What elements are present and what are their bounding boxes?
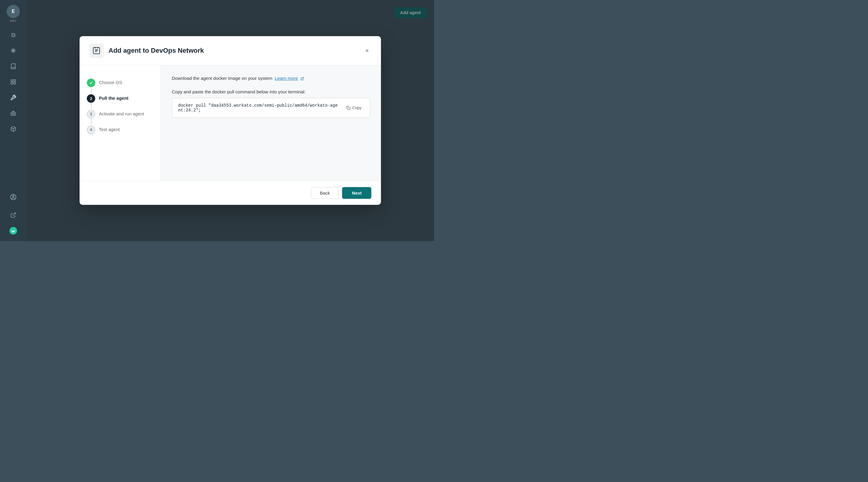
step-number-1 <box>87 78 95 87</box>
step-item-test-agent: 4 Test agent <box>87 122 153 138</box>
modal-title: Add agent to DevOps Network <box>108 47 358 55</box>
next-button[interactable]: Next <box>342 187 371 199</box>
copy-button-label: Copy <box>352 105 361 110</box>
svg-rect-6 <box>11 83 13 84</box>
robot-icon[interactable] <box>7 107 20 120</box>
content-instruction: Download the agent docker image on your … <box>172 75 370 82</box>
modal-header-icon <box>89 43 104 58</box>
svg-point-9 <box>12 113 13 114</box>
step-item-choose-os: Choose OS <box>87 75 153 91</box>
close-button[interactable]: × <box>363 46 371 56</box>
svg-rect-16 <box>348 107 350 110</box>
back-button[interactable]: Back <box>311 187 338 199</box>
step-label-1: Choose OS <box>99 78 122 85</box>
svg-line-15 <box>302 77 304 79</box>
step-label-3: Activate and run agent <box>99 110 144 116</box>
copy-button[interactable]: Copy <box>344 104 364 111</box>
content-area: Download the agent docker image on your … <box>161 65 381 181</box>
step-item-pull-agent: 2 Pull the agent <box>87 91 153 106</box>
sidebar: E DEV ⧉ <box>0 0 27 241</box>
steps-sidebar: Choose OS 2 Pull the agent 3 Activate an… <box>80 65 161 181</box>
sidebar-bottom <box>7 189 20 241</box>
avatar[interactable]: E <box>7 5 20 18</box>
step-number-4: 4 <box>87 126 95 134</box>
modal: Add agent to DevOps Network × Choose OS <box>80 36 381 205</box>
main-area: Add agent Add agent to DevOps Network × <box>27 0 434 241</box>
modal-footer: Back Next <box>80 181 381 205</box>
dashboard-icon[interactable] <box>7 75 20 89</box>
modal-body: Choose OS 2 Pull the agent 3 Activate an… <box>80 65 381 181</box>
book-icon[interactable] <box>7 60 20 73</box>
step-label-4: Test agent <box>99 126 120 132</box>
step-label-2: Pull the agent <box>99 94 128 101</box>
learn-more-link[interactable]: Learn more <box>275 75 298 81</box>
svg-rect-7 <box>14 83 16 84</box>
svg-point-10 <box>13 113 14 114</box>
svg-rect-4 <box>11 80 13 82</box>
step-item-activate-agent: 3 Activate and run agent <box>87 106 153 122</box>
svg-point-13 <box>12 195 14 197</box>
workato-logo <box>8 225 19 236</box>
wrench-icon[interactable] <box>7 91 20 104</box>
step-number-2: 2 <box>87 94 95 103</box>
modal-header: Add agent to DevOps Network × <box>80 36 381 65</box>
svg-rect-5 <box>14 80 16 82</box>
snowflake-icon[interactable] <box>7 44 20 57</box>
svg-rect-8 <box>11 113 16 116</box>
modal-overlay: Add agent to DevOps Network × Choose OS <box>27 0 434 241</box>
share-icon[interactable] <box>7 208 20 222</box>
layers-icon[interactable]: ⧉ <box>7 28 20 41</box>
avatar-letter: E <box>12 9 15 14</box>
command-box: docker pull "daa34553.workato.com/semi-p… <box>172 98 370 118</box>
command-text: docker pull "daa34553.workato.com/semi-p… <box>178 103 340 113</box>
step-number-3: 3 <box>87 110 95 118</box>
user-circle-icon[interactable] <box>7 190 20 204</box>
copy-description: Copy and paste the docker pull command b… <box>172 89 370 94</box>
package-icon[interactable] <box>7 122 20 135</box>
dev-badge: DEV <box>10 19 17 22</box>
